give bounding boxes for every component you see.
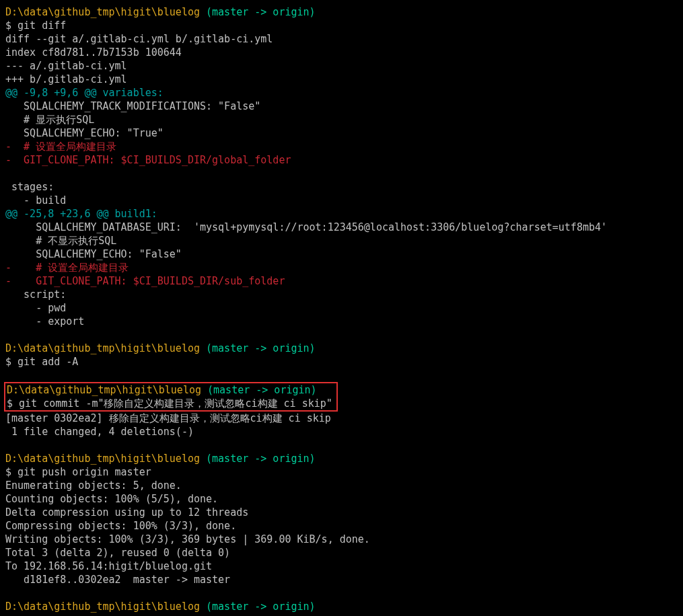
- diff-file-a: --- a/.gitlab-ci.yml: [5, 59, 678, 73]
- prompt-dollar: $: [5, 466, 17, 478]
- commit-result: 1 file changed, 4 deletions(-): [5, 425, 678, 438]
- diff-removed: - # 设置全局构建目录: [5, 261, 678, 274]
- diff-context: stages:: [5, 180, 678, 194]
- cmd-git-add: git add -A: [17, 356, 78, 368]
- highlighted-commit-block: D:\data\github_tmp\higit\bluelog (master…: [4, 382, 338, 412]
- diff-context: # 显示执行SQL: [5, 113, 678, 126]
- cmd-git-push: git push origin master: [17, 466, 151, 478]
- diff-context: SQLALCHEMY_ECHO: "False": [5, 247, 678, 261]
- push-output: d181ef8..0302ea2 master -> master: [5, 573, 678, 586]
- prompt-branch: (master -> origin): [200, 453, 316, 465]
- prompt-path: D:\data\github_tmp\higit\bluelog: [5, 601, 200, 613]
- push-output: Delta compression using up to 12 threads: [5, 506, 678, 519]
- diff-context: - export: [5, 315, 678, 328]
- prompt-path: D:\data\github_tmp\higit\bluelog: [5, 453, 200, 465]
- cmd-git-diff: git diff: [17, 20, 66, 32]
- prompt-branch: (master -> origin): [200, 6, 316, 18]
- diff-header: diff --git a/.gitlab-ci.yml b/.gitlab-ci…: [5, 32, 678, 46]
- diff-removed: - GIT_CLONE_PATH: $CI_BUILDS_DIR/global_…: [5, 153, 678, 167]
- push-output: Compressing objects: 100% (3/3), done.: [5, 519, 678, 533]
- push-output: To 192.168.56.14:higit/bluelog.git: [5, 560, 678, 573]
- prompt-path: D:\data\github_tmp\higit\bluelog: [5, 342, 200, 354]
- diff-index: index cf8d781..7b7153b 100644: [5, 46, 678, 59]
- push-output: Writing objects: 100% (3/3), 369 bytes |…: [5, 533, 678, 546]
- diff-context: SQLALCHEMY_DATABASE_URI: 'mysql+pymysql:…: [5, 221, 678, 234]
- prompt-path: D:\data\github_tmp\higit\bluelog: [5, 6, 200, 18]
- prompt-branch: (master -> origin): [200, 601, 316, 613]
- diff-removed: - # 设置全局构建目录: [5, 140, 678, 153]
- push-output: Counting objects: 100% (5/5), done.: [5, 492, 678, 506]
- diff-hunk: @@ -25,8 +23,6 @@ build1:: [5, 207, 678, 221]
- prompt-branch: (master -> origin): [200, 342, 316, 354]
- diff-context: # 不显示执行SQL: [5, 234, 678, 247]
- push-output: Enumerating objects: 5, done.: [5, 479, 678, 492]
- diff-context: SQLALCHEMY_ECHO: "True": [5, 126, 678, 140]
- prompt-dollar: $: [5, 356, 17, 368]
- cmd-git-commit: git commit -m"移除自定义构建目录，测试忽略ci构建 ci skip…: [19, 397, 332, 410]
- commit-result: [master 0302ea2] 移除自定义构建目录，测试忽略ci构建 ci s…: [5, 412, 678, 425]
- prompt-path: D:\data\github_tmp\higit\bluelog: [7, 384, 201, 396]
- terminal-output[interactable]: D:\data\github_tmp\higit\bluelog (master…: [5, 5, 678, 613]
- prompt-branch: (master -> origin): [201, 384, 317, 396]
- diff-context: - pwd: [5, 301, 678, 315]
- diff-context: script:: [5, 288, 678, 301]
- diff-context: - build: [5, 194, 678, 207]
- prompt-dollar: $: [5, 20, 17, 32]
- push-output: Total 3 (delta 2), reused 0 (delta 0): [5, 546, 678, 560]
- diff-removed: - GIT_CLONE_PATH: $CI_BUILDS_DIR/sub_fol…: [5, 274, 678, 288]
- diff-file-b: +++ b/.gitlab-ci.yml: [5, 73, 678, 86]
- diff-context: SQLALCHEMY_TRACK_MODIFICATIONS: "False": [5, 100, 678, 113]
- prompt-dollar: $: [7, 397, 19, 410]
- diff-hunk: @@ -9,8 +9,6 @@ variables:: [5, 86, 678, 100]
